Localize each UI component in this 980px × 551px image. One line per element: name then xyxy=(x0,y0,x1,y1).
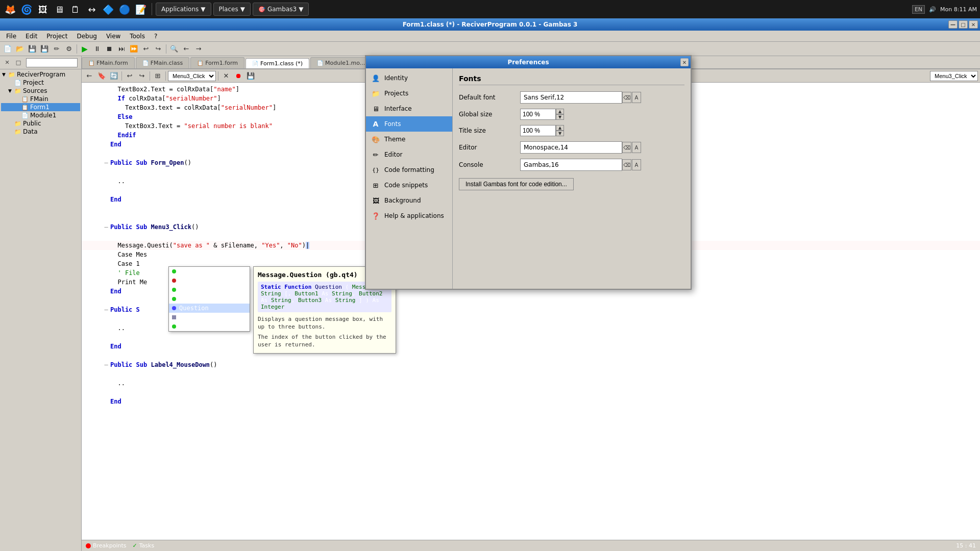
pause-button[interactable]: ⏸ xyxy=(91,43,103,55)
ac-item-delete[interactable]: Delete xyxy=(169,267,250,276)
refresh-btn[interactable]: 🔄 xyxy=(108,70,119,82)
console-font-clear-btn[interactable]: ⌫ xyxy=(622,159,631,170)
pref-nav-fonts[interactable]: A Fonts xyxy=(366,116,452,132)
global-size-up-btn[interactable]: ▲ xyxy=(556,109,564,114)
menu-view[interactable]: View xyxy=(102,32,125,41)
ac-item-warning[interactable]: Warning xyxy=(169,322,250,331)
save-mark-btn[interactable]: 💾 xyxy=(245,70,256,82)
close-button[interactable]: ✕ xyxy=(969,20,978,29)
minimize-button[interactable]: — xyxy=(948,20,958,29)
menu-edit[interactable]: Edit xyxy=(21,32,41,41)
function-selector2[interactable]: Menu3_Click xyxy=(930,71,978,81)
tree-item-sources[interactable]: ▼ 📁 Sources xyxy=(1,87,80,95)
install-gambas-font-button[interactable]: Install Gambas font for code edition... xyxy=(459,178,574,190)
undo-btn[interactable]: ↩ xyxy=(124,70,135,82)
taskbar-icon-blue[interactable]: 🔷 xyxy=(101,2,115,16)
pref-nav-code-snippets[interactable]: ⊞ Code snippets xyxy=(366,178,452,193)
back-button[interactable]: ← xyxy=(181,43,192,55)
editor-font-clear-btn[interactable]: ⌫ xyxy=(622,142,631,153)
taskbar-icon-ie[interactable]: 🔵 xyxy=(117,2,132,16)
forward-button[interactable]: → xyxy=(193,43,204,55)
menu-file[interactable]: File xyxy=(2,32,20,41)
redo-btn[interactable]: ↪ xyxy=(136,70,148,82)
ac-item-info[interactable]: Info xyxy=(169,285,250,294)
maximize-button[interactable]: □ xyxy=(959,20,968,29)
tab-fmain-class[interactable]: 📄 FMain.class xyxy=(136,57,189,68)
tree-item-project[interactable]: 📄 Project xyxy=(1,79,80,87)
editor-font-input[interactable]: Monospace,14 xyxy=(520,141,622,154)
default-font-clear-btn[interactable]: ⌫ xyxy=(622,92,631,103)
menu-tools[interactable]: Tools xyxy=(126,32,149,41)
taskbar-icon-text[interactable]: 🗒 xyxy=(68,2,83,16)
global-size-down-btn[interactable]: ▼ xyxy=(556,114,564,120)
tab-fmain-form[interactable]: 📋 FMain.form xyxy=(82,57,135,68)
menu-help[interactable]: ? xyxy=(150,32,161,41)
menu-debug[interactable]: Debug xyxy=(72,32,101,41)
edit-button[interactable]: ✏ xyxy=(51,43,62,55)
pref-nav-code-formatting[interactable]: {} Code formatting xyxy=(366,162,452,178)
stop-button[interactable]: ⏹ xyxy=(104,43,115,55)
taskbar-icon-photos[interactable]: 🖼 xyxy=(36,2,50,16)
tree-item-data[interactable]: 📁 Data xyxy=(1,128,80,136)
preferences-close-button[interactable]: ✕ xyxy=(680,58,689,66)
title-size-down-btn[interactable]: ▼ xyxy=(556,131,564,136)
tab-form1-form[interactable]: 📋 Form1.form xyxy=(190,57,244,68)
save-all-button[interactable]: 💾 xyxy=(39,43,50,55)
default-font-pick-btn[interactable]: A xyxy=(632,92,641,103)
build-button[interactable]: ⚙ xyxy=(63,43,75,55)
pref-nav-identity[interactable]: 👤 Identity xyxy=(366,70,452,86)
tree-item-reciverprogram[interactable]: ▼ 📁 ReciverProgram xyxy=(1,70,80,79)
menu-project[interactable]: Project xyxy=(42,32,71,41)
pref-nav-interface[interactable]: 🖥 Interface xyxy=(366,101,452,116)
places-menu[interactable]: Places ▼ xyxy=(213,3,251,16)
tree-item-fmain[interactable]: 📋 FMain xyxy=(1,95,80,103)
pref-nav-theme[interactable]: 🎨 Theme xyxy=(366,132,452,147)
nav-back-btn[interactable]: ← xyxy=(84,70,95,82)
title-size-up-btn[interactable]: ▲ xyxy=(556,125,564,131)
indent-btn[interactable]: ⊞ xyxy=(152,70,163,82)
tasks-badge[interactable]: ✓ Tasks xyxy=(133,542,155,549)
error-btn[interactable]: ✕ xyxy=(220,70,232,82)
open-button[interactable]: 📂 xyxy=(14,43,26,55)
taskbar-icon-firefox[interactable]: 🦊 xyxy=(3,2,17,16)
tab-form1-class[interactable]: 📄 Form1.class (*) xyxy=(246,58,309,69)
run-to-button[interactable]: ↪ xyxy=(153,43,164,55)
bookmark-btn[interactable]: 🔖 xyxy=(96,70,107,82)
search-button[interactable]: 🔍 xyxy=(168,43,180,55)
taskbar-icon-browser[interactable]: 🌀 xyxy=(19,2,34,16)
breakpoint-btn[interactable]: ⏺ xyxy=(233,70,244,82)
step-over-button[interactable]: ⏩ xyxy=(128,43,139,55)
step-into-button[interactable]: ⏭ xyxy=(116,43,127,55)
applications-menu[interactable]: Applications ▼ xyxy=(156,3,211,16)
console-font-input[interactable]: Gambas,16 xyxy=(520,159,622,171)
ac-item-title[interactable]: Title xyxy=(169,313,250,322)
pref-nav-editor[interactable]: ✏ Editor xyxy=(366,147,452,162)
default-font-input[interactable]: Sans Serif,12 xyxy=(520,91,622,104)
start-button[interactable]: ▶ xyxy=(79,43,90,55)
sidebar-close-btn[interactable]: ✕ xyxy=(2,58,12,68)
tree-item-public[interactable]: 📁 Public xyxy=(1,119,80,128)
new-button[interactable]: 📄 xyxy=(2,43,13,55)
pref-nav-help[interactable]: ❓ Help & applications xyxy=(366,208,452,223)
function-selector[interactable]: Menu3_Click xyxy=(168,71,216,81)
tree-item-form1[interactable]: 📋 Form1 xyxy=(1,103,80,111)
ac-item-error[interactable]: Error xyxy=(169,276,250,285)
console-font-pick-btn[interactable]: A xyxy=(632,159,641,170)
gambas-menu[interactable]: 🎯 Gambas3 ▼ xyxy=(253,3,309,16)
taskbar-icon-team[interactable]: ↔ xyxy=(85,2,99,16)
sidebar-expand-btn[interactable]: □ xyxy=(13,58,23,68)
editor-font-pick-btn[interactable]: A xyxy=(632,142,641,153)
title-size-input[interactable] xyxy=(520,125,556,136)
ac-item-optional[interactable]: Optional xyxy=(169,294,250,304)
ac-item-question[interactable]: Question xyxy=(169,304,250,313)
save-button[interactable]: 💾 xyxy=(27,43,38,55)
taskbar-icon-notes[interactable]: 📝 xyxy=(134,2,148,16)
taskbar-icon-terminal[interactable]: 🖥 xyxy=(52,2,66,16)
step-out-button[interactable]: ↩ xyxy=(140,43,152,55)
global-size-input[interactable] xyxy=(520,109,556,120)
pref-nav-background[interactable]: 🖼 Background xyxy=(366,193,452,208)
sidebar-search-input[interactable] xyxy=(26,58,78,67)
breakpoints-badge[interactable]: Breakpoints xyxy=(86,542,127,549)
pref-nav-projects[interactable]: 📁 Projects xyxy=(366,86,452,101)
tab-module1[interactable]: 📄 Module1.mo... xyxy=(310,57,372,68)
